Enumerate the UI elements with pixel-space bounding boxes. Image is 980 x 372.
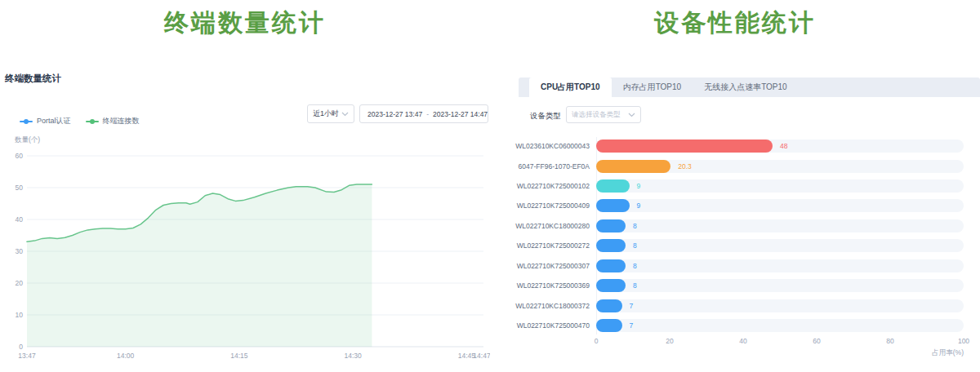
bar-fill xyxy=(596,239,626,252)
series-area xyxy=(27,184,372,347)
x-tick-label: 14:15 xyxy=(230,352,248,360)
bar-row: WL022710K7250003698 xyxy=(490,276,980,295)
bar-fill xyxy=(596,199,630,212)
bar-value-label: 48 xyxy=(780,136,787,156)
legend-marker-terminal-connections xyxy=(86,121,99,122)
bar-value-label: 9 xyxy=(637,176,641,196)
bar-category-label: WL022710K725000307 xyxy=(490,256,590,276)
bar-category-label: WL022710K725000409 xyxy=(490,196,590,215)
bar-fill xyxy=(596,279,626,292)
x-tick-label: 14:30 xyxy=(345,352,363,360)
bar-fill xyxy=(596,160,670,173)
bar-row: WL022710K7250004707 xyxy=(490,316,980,335)
bar-track xyxy=(596,199,964,212)
x-tick-label: 40 xyxy=(739,337,746,345)
bar-track xyxy=(596,319,964,332)
bar-row: WL022710KC180002808 xyxy=(490,216,980,236)
y-tick-label: 0 xyxy=(19,343,23,351)
bar-value-label: 7 xyxy=(630,296,634,316)
device-performance-panel: 设备性能统计 CPU占用TOP10 内存占用TOP10 无线接入点速率TOP10… xyxy=(490,0,980,372)
bar-row: WL022710K7250002728 xyxy=(490,236,980,255)
y-axis-label: 数量(个) xyxy=(15,135,40,145)
bar-chart: WL023610KC06000043486047-FF96-1070-EF0A2… xyxy=(490,0,980,372)
bar-value-label: 8 xyxy=(633,276,637,295)
x-tick-label: 14:00 xyxy=(117,352,135,360)
bar-track xyxy=(596,179,964,193)
legend-label-terminal-connections: 终端连接数 xyxy=(103,116,140,126)
x-tick-label: 60 xyxy=(813,337,820,345)
bar-row: 6047-FF96-1070-EF0A20.3 xyxy=(490,157,980,176)
chart-legend: Portal认证 终端连接数 xyxy=(20,116,140,126)
bar-category-label: WL022710KC18000372 xyxy=(490,296,590,316)
terminal-count-panel: 终端数量统计 终端数量统计 近1小时 2023-12-27 13:47 - 20… xyxy=(0,0,490,372)
bar-value-label: 20.3 xyxy=(678,157,692,176)
bar-track xyxy=(596,219,964,232)
legend-label-portal-auth: Portal认证 xyxy=(37,116,71,126)
legend-item-terminal-connections[interactable]: 终端连接数 xyxy=(86,116,140,126)
y-tick-label: 40 xyxy=(16,215,24,224)
bar-value-label: 9 xyxy=(637,196,641,215)
bar-category-label: WL023610KC06000043 xyxy=(490,136,590,156)
date-range-start: 2023-12-27 13:47 xyxy=(368,110,422,118)
date-range-picker[interactable]: 2023-12-27 13:47 - 2023-12-27 14:47 xyxy=(359,104,488,123)
y-tick-label: 50 xyxy=(16,184,24,192)
bar-fill xyxy=(596,319,622,332)
bar-row: WL022710KC180003727 xyxy=(490,296,980,316)
line-chart: 010203040506013:4714:0014:1514:3014:4514… xyxy=(0,147,490,372)
x-tick-label: 80 xyxy=(886,337,893,345)
bar-track xyxy=(596,279,964,292)
bar-track xyxy=(596,259,964,272)
bar-track xyxy=(596,160,964,173)
x-tick-label: 14:47 xyxy=(473,352,490,360)
y-tick-label: 30 xyxy=(16,247,24,255)
date-range-separator: - xyxy=(425,110,430,118)
bar-category-label: 6047-FF96-1070-EF0A xyxy=(490,157,590,176)
x-tick-label: 13:47 xyxy=(18,352,36,360)
bar-fill xyxy=(596,140,773,153)
bar-track xyxy=(596,239,964,252)
bar-value-label: 8 xyxy=(633,216,637,236)
chevron-down-icon xyxy=(341,112,349,117)
bar-category-label: WL022710K725000470 xyxy=(490,316,590,335)
date-range-end: 2023-12-27 14:47 xyxy=(433,110,488,118)
left-section-title: 终端数量统计 xyxy=(0,7,490,40)
dashboard: 终端数量统计 终端数量统计 近1小时 2023-12-27 13:47 - 20… xyxy=(0,0,980,372)
legend-item-portal-auth[interactable]: Portal认证 xyxy=(20,116,71,126)
bar-fill xyxy=(596,179,630,193)
time-range-select[interactable]: 近1小时 xyxy=(307,104,354,123)
time-range-value: 近1小时 xyxy=(313,108,339,119)
bar-value-label: 8 xyxy=(633,236,637,255)
bar-fill xyxy=(596,219,626,232)
x-tick-label: 100 xyxy=(958,337,969,345)
bar-category-label: WL022710K725000102 xyxy=(490,176,590,196)
bar-category-label: WL022710KC18000280 xyxy=(490,216,590,236)
bar-track xyxy=(596,299,964,312)
bar-fill xyxy=(596,259,626,272)
bar-row: WL022710K7250001029 xyxy=(490,176,980,196)
x-tick-label: 0 xyxy=(595,337,599,345)
x-tick-label: 20 xyxy=(666,337,673,345)
y-tick-label: 20 xyxy=(16,279,24,287)
y-tick-label: 10 xyxy=(16,311,24,319)
bar-value-label: 8 xyxy=(633,256,637,276)
x-axis-label: 占用率(%) xyxy=(596,348,964,358)
bar-row: WL022710K7250004099 xyxy=(490,196,980,215)
bar-row: WL023610KC0600004348 xyxy=(490,136,980,156)
y-tick-label: 60 xyxy=(16,152,24,160)
bar-category-label: WL022710K725000272 xyxy=(490,236,590,255)
bar-category-label: WL022710K725000369 xyxy=(490,276,590,295)
bar-fill xyxy=(596,299,622,312)
bar-value-label: 7 xyxy=(630,316,634,335)
line-chart-title: 终端数量统计 xyxy=(5,73,61,85)
legend-marker-portal-auth xyxy=(20,121,33,122)
bar-row: WL022710K7250003078 xyxy=(490,256,980,276)
